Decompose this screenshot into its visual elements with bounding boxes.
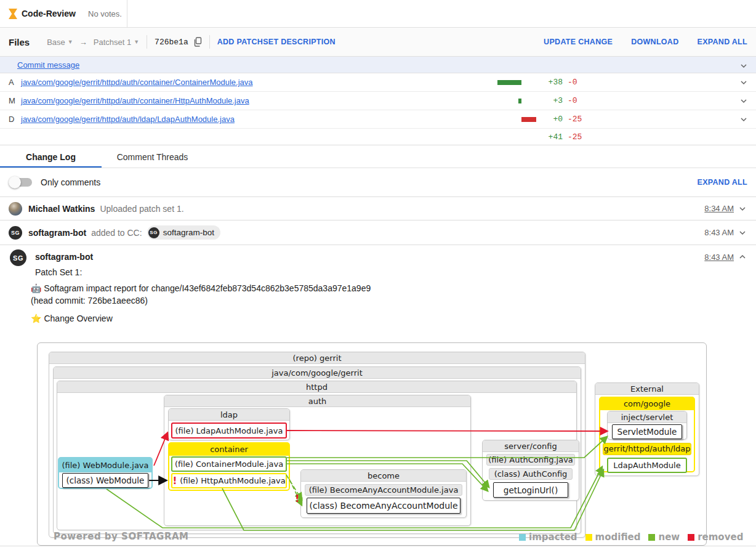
only-comments-label: Only comments [41, 177, 100, 187]
only-comments-toggle[interactable] [11, 178, 32, 187]
diagram-node-ldap-auth-module-ext: LdapAuthModule [607, 458, 687, 473]
removed-swatch [688, 534, 694, 541]
timestamp-link[interactable]: 8:34 AM [704, 204, 734, 213]
diagram-label: External [595, 383, 699, 395]
file-path-link[interactable]: java/com/google/gerrit/httpd/auth/ldap/L… [21, 115, 235, 124]
vote-status: No votes. [88, 9, 122, 18]
vote-label: Code-Review [22, 9, 76, 18]
diagram-label: become [301, 470, 466, 482]
legend-item-impacted: impacted [519, 532, 577, 543]
added-count: +3 [531, 92, 563, 110]
diagram-label: (file) HttpAuthModule.java [180, 476, 285, 485]
diagram-label: com/google [600, 398, 694, 410]
diagram-label-gerrit-httpd-auth-ldap: gerrit/httpd/auth/ldap [603, 443, 691, 455]
diagram-node-get-login-url: getLoginUrl() [493, 482, 568, 498]
head-commit-line: (head commit: 726be1aeec86) [31, 296, 148, 305]
chevron-down-icon[interactable] [738, 204, 747, 214]
chevron-down-icon[interactable] [738, 228, 747, 238]
file-row: D java/com/google/gerrit/httpd/auth/ldap… [0, 110, 756, 129]
diagram-label: (file) WebModule.java [59, 458, 151, 472]
commit-message-row: Commit message [0, 57, 756, 73]
log-entry: Michael Watkins Uploaded patch set 1. 8:… [0, 197, 756, 220]
tab-comment-threads[interactable]: Comment Threads [102, 148, 203, 168]
expand-all-log-button[interactable]: EXPAND ALL [698, 178, 747, 187]
update-change-button[interactable]: UPDATE CHANGE [544, 38, 613, 46]
cc-account-chip[interactable]: SG softagram-bot [147, 225, 220, 240]
legend-label: impacted [529, 532, 577, 543]
author-name: softagram-bot [35, 252, 93, 262]
removed-count: -0 [568, 73, 596, 91]
diagram-node-ldap-file: (file) LdapAuthModule.java [171, 423, 287, 439]
diagram-label: java/com/google/gerrit [54, 367, 581, 379]
diagram-label-become-file: (file) BecomeAnyAccountModule.java [305, 484, 462, 496]
chevron-down-icon: ▼ [68, 39, 73, 45]
modified-swatch [585, 534, 592, 541]
diagram-footer: Powered by SOFTAGRAM [54, 531, 188, 542]
base-label: Base [47, 38, 65, 47]
diagram-node-web-class: (class) WebModule [62, 473, 148, 488]
file-path-link[interactable]: java/com/google/gerrit/httpd/auth/contai… [21, 78, 253, 87]
legend-label: removed [698, 532, 743, 543]
author-name: Michael Watkins [28, 204, 95, 214]
avatar [9, 202, 22, 216]
diagram-node-httpauth-file: ! (file) HttpAuthModule.java [171, 473, 287, 488]
patchset-dropdown[interactable]: Patchset 1 ▼ [94, 38, 139, 47]
diagram-label: auth [164, 395, 470, 407]
new-swatch [648, 534, 655, 541]
timestamp[interactable]: 8:43 AM [704, 228, 734, 237]
file-path-link[interactable]: java/com/google/gerrit/httpd/auth/contai… [21, 96, 249, 105]
chevron-down-icon[interactable] [739, 78, 749, 87]
diagram-label: ldap [169, 409, 289, 421]
chevron-up-icon[interactable] [738, 252, 747, 262]
impact-diagram: (repo) gerrit java/com/google/gerrit htt… [37, 342, 707, 546]
chevron-down-icon[interactable] [739, 61, 749, 71]
warning-mark: ! [172, 475, 177, 487]
base-patchset-dropdown[interactable]: Base ▼ [47, 38, 73, 47]
hourglass-icon [8, 9, 18, 19]
file-status: D [9, 115, 21, 124]
patch-set-line: Patch Set 1: [35, 267, 82, 277]
add-patchset-description-button[interactable]: ADD PATCHSET DESCRIPTION [217, 38, 336, 46]
removed-count: -0 [568, 92, 596, 110]
diagram-label: inject/servlet [608, 411, 686, 423]
total-removed: -25 [568, 129, 596, 145]
change-overview-line: ⭐Change Overview [31, 313, 113, 323]
warning-mark: ! [295, 493, 299, 504]
diagram-label: (repo) gerrit [49, 352, 585, 364]
copy-icon[interactable] [193, 37, 202, 47]
impact-report-line: 🤖 Softagram impact report for change/I43… [31, 283, 371, 293]
commit-sha: 726be1a [155, 38, 188, 47]
timestamp-link[interactable]: 8:43 AM [704, 253, 734, 262]
file-row: M java/com/google/gerrit/httpd/auth/cont… [0, 92, 756, 110]
change-overview-label: Change Overview [44, 313, 112, 323]
divider [127, 0, 127, 27]
files-title: Files [9, 37, 30, 47]
patchset-label: Patchset 1 [94, 38, 131, 47]
legend-item-removed: removed [688, 532, 743, 543]
avatar: SG [148, 227, 159, 238]
star-icon: ⭐ [31, 313, 41, 323]
expand-all-files-button[interactable]: EXPAND ALL [698, 38, 747, 46]
avatar: SG [10, 249, 26, 266]
download-button[interactable]: DOWNLOAD [631, 38, 678, 46]
chevron-down-icon[interactable] [739, 115, 749, 124]
filter-row: Only comments EXPAND ALL [0, 168, 756, 197]
impacted-swatch [519, 534, 526, 541]
arrow-separator: → [79, 38, 87, 47]
diagram-label-authconfig-file: (file) AuthConfig.java [486, 454, 575, 466]
tab-change-log[interactable]: Change Log [0, 148, 102, 168]
legend-item-modified: modified [585, 532, 641, 543]
chip-label: softagram-bot [163, 228, 214, 237]
diagram-label: server/config [483, 440, 579, 452]
added-count: +0 [531, 110, 563, 128]
diff-totals-row: +41 -25 [0, 129, 756, 145]
legend-label: modified [595, 532, 641, 543]
chevron-down-icon[interactable] [739, 96, 749, 106]
removed-count: -25 [568, 110, 596, 128]
avatar: SG [9, 226, 22, 240]
diagram-legend: impacted modified new removed [519, 532, 743, 543]
log-message: Uploaded patch set 1. [100, 204, 183, 214]
commit-message-link[interactable]: Commit message [17, 60, 79, 70]
total-added: +41 [531, 129, 563, 145]
diagram-label: container [169, 443, 289, 456]
